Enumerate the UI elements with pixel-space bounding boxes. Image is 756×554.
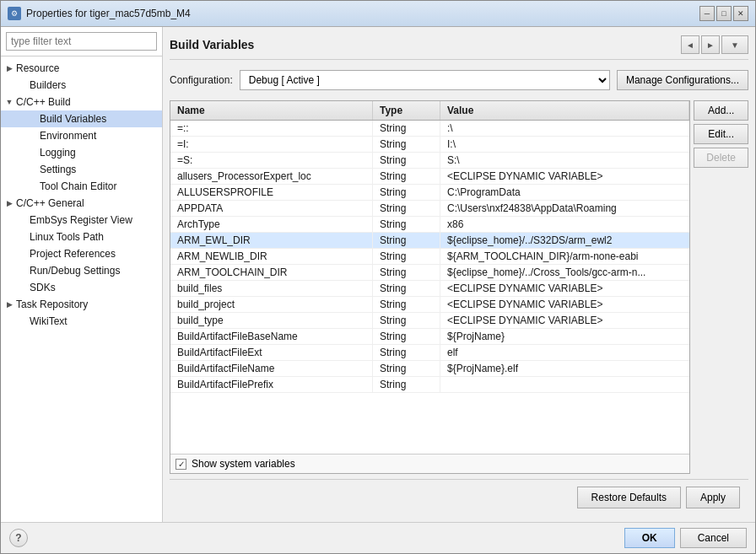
table-row[interactable]: =I: String I:\ xyxy=(170,137,689,153)
sidebar-item-settings[interactable]: Settings xyxy=(1,161,162,178)
close-button[interactable]: ✕ xyxy=(733,6,748,21)
sidebar-item-builders[interactable]: Builders xyxy=(1,77,162,94)
nav-back-button[interactable]: ◄ xyxy=(681,35,699,54)
cell-value: <ECLIPSE DYNAMIC VARIABLE> xyxy=(440,313,689,328)
ok-button[interactable]: OK xyxy=(624,528,675,548)
show-system-vars-label: Show system variables xyxy=(192,458,295,470)
sidebar-item-environment[interactable]: Environment xyxy=(1,127,162,144)
sidebar-item-embsys[interactable]: EmbSys Register View xyxy=(1,212,162,229)
cell-name: BuildArtifactFileExt xyxy=(170,345,373,360)
manage-configurations-button[interactable]: Manage Configurations... xyxy=(617,70,748,90)
apply-button[interactable]: Apply xyxy=(686,487,740,508)
sidebar-item-cpp-build[interactable]: ▼ C/C++ Build xyxy=(1,94,162,110)
table-row[interactable]: build_type String <ECLIPSE DYNAMIC VARIA… xyxy=(170,313,689,329)
sidebar-item-label: Logging xyxy=(38,147,159,159)
column-header-type: Type xyxy=(373,101,440,120)
table-row[interactable]: build_files String <ECLIPSE DYNAMIC VARI… xyxy=(170,281,689,297)
footer: ? OK Cancel xyxy=(1,522,755,553)
edit-button[interactable]: Edit... xyxy=(694,124,748,144)
table-row[interactable]: ArchType String x86 xyxy=(170,217,689,233)
cell-value: ${ARM_TOOLCHAIN_DIR}/arm-none-eabi xyxy=(440,249,689,264)
cell-type: String xyxy=(373,249,440,264)
sidebar-item-cpp-general[interactable]: ▶ C/C++ General xyxy=(1,195,162,212)
sidebar: ▶ Resource Builders ▼ C/C++ Build xyxy=(1,27,163,522)
table-row[interactable]: ARM_EWL_DIR String ${eclipse_home}/../S3… xyxy=(170,233,689,249)
cell-name: ALLUSERSPROFILE xyxy=(170,185,373,200)
filter-input[interactable] xyxy=(6,32,157,51)
table-row[interactable]: APPDATA String C:\Users\nxf24838\AppData… xyxy=(170,201,689,217)
expand-icon xyxy=(18,316,28,326)
expand-icon: ▼ xyxy=(4,97,14,107)
cell-type: String xyxy=(373,265,440,280)
sidebar-item-label: Task Repository xyxy=(14,299,159,310)
help-button[interactable]: ? xyxy=(9,529,28,547)
sidebar-item-logging[interactable]: Logging xyxy=(1,144,162,161)
cell-type: String xyxy=(373,345,440,360)
table-row[interactable]: BuildArtifactFileName String ${ProjName}… xyxy=(170,361,689,377)
table-row[interactable]: BuildArtifactFilePrefix String xyxy=(170,377,689,393)
sidebar-item-build-variables[interactable]: Build Variables xyxy=(1,110,162,127)
column-header-value: Value xyxy=(440,101,689,120)
panel-header: Build Variables ◄ ► ▼ xyxy=(170,34,748,60)
maximize-button[interactable]: □ xyxy=(716,6,732,21)
cell-value: x86 xyxy=(440,217,689,232)
cell-name: build_files xyxy=(170,281,373,296)
table-row[interactable]: BuildArtifactFileExt String elf xyxy=(170,345,689,361)
table-row[interactable]: =S: String S:\ xyxy=(170,153,689,169)
sidebar-item-wikitext[interactable]: WikiText xyxy=(1,313,162,330)
add-button[interactable]: Add... xyxy=(694,100,748,121)
sidebar-item-linux-tools[interactable]: Linux Tools Path xyxy=(1,229,162,245)
table-row[interactable]: build_project String <ECLIPSE DYNAMIC VA… xyxy=(170,297,689,313)
cell-type: String xyxy=(373,153,440,168)
config-select[interactable]: Debug [ Active ] Release xyxy=(240,70,610,90)
expand-icon xyxy=(18,282,28,293)
minimize-button[interactable]: ─ xyxy=(699,6,715,21)
table-row[interactable]: =:: String :\ xyxy=(170,121,689,137)
window-title: Properties for tiger_mac57d5mb_M4 xyxy=(26,8,191,19)
cell-name: ARM_EWL_DIR xyxy=(170,233,373,248)
properties-window: ⚙ Properties for tiger_mac57d5mb_M4 ─ □ … xyxy=(0,0,756,554)
sidebar-item-label: Resource xyxy=(14,62,159,74)
sidebar-item-label: EmbSys Register View xyxy=(28,214,159,226)
show-system-vars-checkbox[interactable]: ✓ xyxy=(176,459,186,470)
sidebar-item-label: Settings xyxy=(38,164,159,175)
table-row[interactable]: ARM_NEWLIB_DIR String ${ARM_TOOLCHAIN_DI… xyxy=(170,249,689,265)
table-body: =:: String :\ =I: String I:\ =S: xyxy=(170,121,689,454)
nav-menu-button[interactable]: ▼ xyxy=(721,35,748,54)
sidebar-item-project-references[interactable]: Project References xyxy=(1,245,162,262)
expand-icon xyxy=(28,131,38,141)
expand-icon: ▶ xyxy=(4,299,14,309)
table-row[interactable]: ARM_TOOLCHAIN_DIR String ${eclipse_home}… xyxy=(170,265,689,281)
cell-name: ArchType xyxy=(170,217,373,232)
table-row[interactable]: ALLUSERSPROFILE String C:\ProgramData xyxy=(170,185,689,201)
cell-type: String xyxy=(373,137,440,152)
nav-forward-button[interactable]: ► xyxy=(701,35,720,54)
cancel-button[interactable]: Cancel xyxy=(680,528,747,548)
tree: ▶ Resource Builders ▼ C/C++ Build xyxy=(1,56,162,522)
sidebar-item-run-debug[interactable]: Run/Debug Settings xyxy=(1,262,162,279)
cell-name: =I: xyxy=(170,137,373,152)
table-row[interactable]: BuildArtifactFileBaseName String ${ProjN… xyxy=(170,329,689,345)
config-label: Configuration: xyxy=(170,74,233,86)
sidebar-item-resource[interactable]: ▶ Resource xyxy=(1,60,162,77)
expand-icon xyxy=(18,232,28,242)
cell-value: <ECLIPSE DYNAMIC VARIABLE> xyxy=(440,281,689,296)
sidebar-item-task-repository[interactable]: ▶ Task Repository xyxy=(1,296,162,313)
sidebar-item-label: SDKs xyxy=(28,282,159,293)
cell-value: ${ProjName} xyxy=(440,329,689,344)
expand-icon xyxy=(18,80,28,90)
cell-type: String xyxy=(373,121,440,136)
table-row[interactable]: allusers_ProcessorExpert_loc String <ECL… xyxy=(170,169,689,185)
cell-type: String xyxy=(373,281,440,296)
sidebar-item-label: C/C++ General xyxy=(14,197,159,209)
expand-icon xyxy=(18,266,28,276)
show-vars-row: ✓ Show system variables xyxy=(170,454,689,473)
sidebar-item-label: WikiText xyxy=(28,315,159,327)
cell-name: =:: xyxy=(170,121,373,136)
cell-name: allusers_ProcessorExpert_loc xyxy=(170,169,373,184)
restore-defaults-button[interactable]: Restore Defaults xyxy=(577,487,681,508)
sidebar-item-sdks[interactable]: SDKs xyxy=(1,279,162,296)
sidebar-item-tool-chain-editor[interactable]: Tool Chain Editor xyxy=(1,178,162,195)
delete-button[interactable]: Delete xyxy=(694,148,748,168)
cell-name: ARM_NEWLIB_DIR xyxy=(170,249,373,264)
